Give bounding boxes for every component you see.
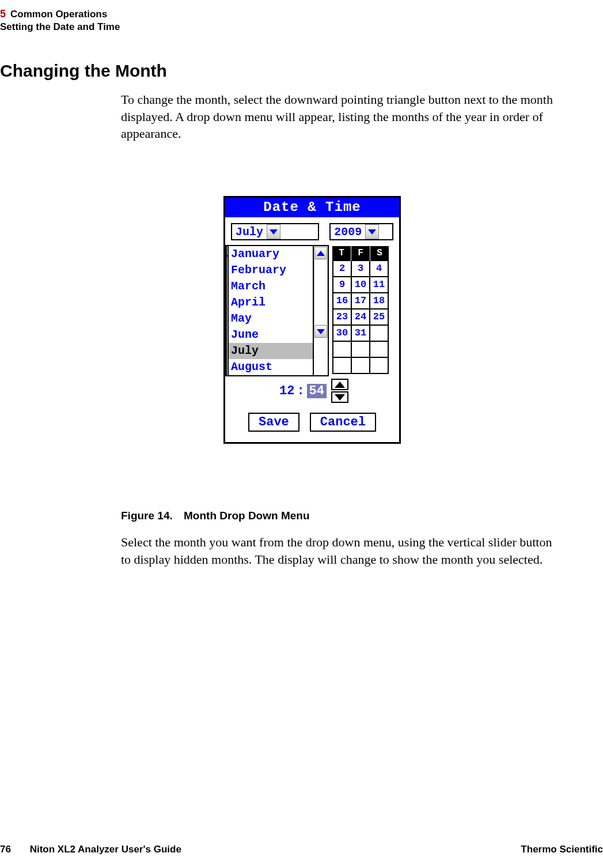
calendar-row: 232425: [332, 310, 388, 326]
calendar-row: 3031: [332, 326, 388, 342]
scroll-up-button[interactable]: [314, 247, 327, 259]
followup-paragraph: Select the month you want from the drop …: [121, 534, 559, 568]
month-option[interactable]: June: [229, 327, 313, 343]
calendar-cell: [351, 358, 369, 374]
figure-screenshot: Date & Time July 2009 TFS 23491011161718…: [223, 196, 401, 444]
brand-name: Thermo Scientific: [521, 844, 603, 855]
figure-caption: Figure 14. Month Drop Down Menu: [121, 510, 310, 522]
calendar-cell[interactable]: 16: [332, 293, 351, 310]
month-option[interactable]: February: [229, 262, 313, 278]
year-combobox[interactable]: 2009: [329, 223, 393, 240]
month-option[interactable]: May: [229, 311, 313, 327]
figure-number: Figure 14.: [121, 510, 173, 522]
calendar-cell: [369, 342, 388, 358]
calendar-cell: [332, 342, 351, 358]
time-minutes[interactable]: 54: [307, 384, 327, 398]
calendar-row: [332, 342, 388, 358]
calendar-cell: [332, 358, 351, 374]
time-colon: :: [297, 384, 304, 398]
chevron-down-icon: [270, 229, 278, 235]
cancel-button[interactable]: Cancel: [310, 413, 376, 432]
calendar-grid: 234910111617182324253031: [332, 261, 389, 374]
chapter-title: Common Operations: [10, 9, 107, 20]
page-number: 76: [0, 844, 11, 855]
month-value: July: [232, 225, 267, 239]
running-header: 5 Common Operations Setting the Date and…: [0, 8, 120, 33]
heading-changing-month: Changing the Month: [0, 61, 167, 81]
month-option[interactable]: January: [229, 246, 313, 262]
month-option[interactable]: August: [229, 359, 313, 375]
calendar-cell[interactable]: 9: [332, 277, 351, 293]
calendar-cell[interactable]: 2: [332, 261, 351, 277]
chevron-down-icon: [335, 394, 345, 401]
calendar-header-cell: F: [351, 246, 370, 261]
calendar-cell: [369, 326, 388, 342]
calendar-row: [332, 358, 388, 374]
screen-title: Date & Time: [225, 198, 399, 217]
month-option[interactable]: July: [229, 343, 313, 359]
calendar-cell[interactable]: 30: [332, 326, 351, 342]
chevron-up-icon: [335, 382, 345, 388]
year-value: 2009: [331, 225, 365, 239]
chevron-down-icon: [368, 229, 376, 235]
time-hours[interactable]: 12: [279, 384, 294, 398]
month-option[interactable]: April: [229, 295, 313, 311]
section-title: Setting the Date and Time: [0, 21, 120, 33]
calendar-cell[interactable]: 11: [369, 277, 388, 293]
scroll-down-button[interactable]: [314, 325, 327, 338]
calendar-cell[interactable]: 10: [351, 277, 369, 293]
calendar-row: 91011: [332, 277, 388, 293]
month-option[interactable]: March: [229, 278, 313, 295]
dropdown-scrollbar[interactable]: [314, 246, 328, 338]
calendar-cell[interactable]: 18: [369, 293, 388, 310]
calendar-cell[interactable]: 23: [332, 310, 351, 326]
calendar-cell[interactable]: 4: [369, 261, 388, 277]
device-screen: Date & Time July 2009 TFS 23491011161718…: [223, 196, 401, 444]
save-button[interactable]: Save: [248, 413, 299, 432]
scroll-track[interactable]: [314, 260, 328, 324]
chapter-number: 5: [0, 8, 6, 20]
time-down-button[interactable]: [331, 391, 348, 403]
time-spinner[interactable]: [331, 379, 348, 403]
year-dropdown-button[interactable]: [365, 224, 379, 239]
figure-title: Month Drop Down Menu: [184, 510, 309, 522]
calendar-cell: [351, 342, 369, 358]
month-dropdown-list[interactable]: JanuaryFebruaryMarchAprilMayJuneJulyAugu…: [227, 245, 329, 376]
chevron-up-icon: [317, 251, 325, 256]
calendar-cell: [369, 358, 388, 374]
calendar-cell[interactable]: 24: [351, 310, 369, 326]
month-combobox[interactable]: July: [231, 223, 319, 240]
intro-paragraph: To change the month, select the downward…: [121, 91, 559, 142]
calendar-row: 234: [332, 261, 388, 277]
time-up-button[interactable]: [331, 379, 348, 390]
calendar-cell[interactable]: 17: [351, 293, 369, 310]
calendar-cell[interactable]: 31: [351, 326, 369, 342]
time-row: 12 : 54: [279, 379, 348, 403]
calendar-header-cell: S: [370, 246, 389, 261]
page-footer: 76 Niton XL2 Analyzer User's Guide Therm…: [0, 844, 603, 855]
chevron-down-icon: [317, 329, 325, 334]
calendar-cell[interactable]: 3: [351, 261, 369, 277]
month-dropdown-button[interactable]: [267, 224, 280, 239]
calendar-header-cell: T: [332, 246, 351, 261]
calendar-header: TFS: [332, 246, 389, 261]
calendar-row: 161718: [332, 293, 388, 310]
guide-title: Niton XL2 Analyzer User's Guide: [30, 844, 181, 855]
calendar-cell[interactable]: 25: [369, 310, 388, 326]
